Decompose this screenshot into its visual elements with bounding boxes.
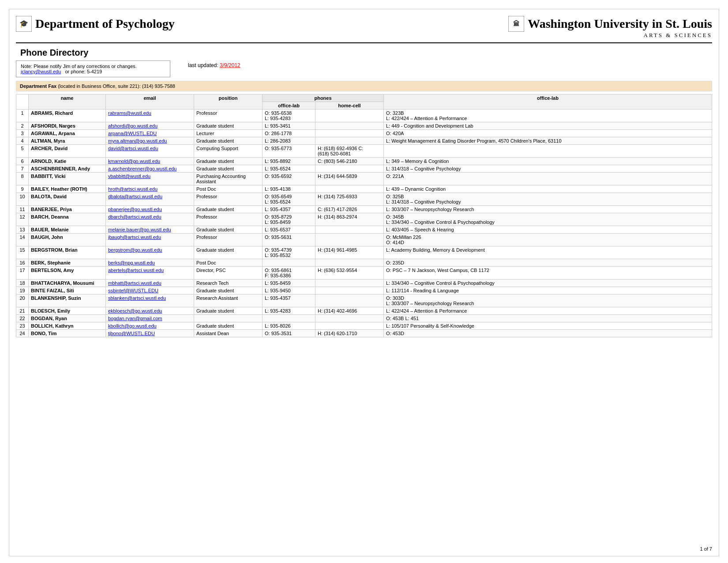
row-email[interactable]: ekbloesch@go.wustl.edu (106, 307, 194, 315)
row-name: ARCHER, David (29, 145, 106, 158)
svg-text:🎓: 🎓 (19, 19, 29, 28)
row-email[interactable]: bogdan.ryan@gmail.com (106, 315, 194, 322)
row-num: 5 (16, 145, 29, 158)
univ-logo-icon: 🏛 (508, 16, 524, 32)
row-position: Post Doc (194, 259, 263, 267)
row-home-cell (315, 137, 384, 145)
row-position: Graduate student (194, 137, 263, 145)
row-home-cell (315, 130, 384, 137)
table-row: 5ARCHER, Daviddavid@artsci.wustl.eduComp… (16, 145, 712, 158)
row-position: Professor (194, 193, 263, 206)
row-num: 2 (16, 122, 29, 130)
table-row: 3AGRAWAL, Arpanaarpana@WUSTL.EDULecturer… (16, 130, 712, 137)
last-updated: last updated: 3/9/2012 (188, 62, 240, 68)
row-office-lab-phone: O: 935-6861 F: 935-6386 (263, 267, 315, 280)
table-row: 2AFSHORDI, Nargesafshordi@go.wustl.eduGr… (16, 122, 712, 130)
row-name: BLANKENSHIP, Suzin (29, 295, 106, 307)
row-position: Professor (194, 110, 263, 122)
row-name: BANERJEE, Priya (29, 206, 106, 213)
notice-email[interactable]: jclancy@wustl.edu (21, 69, 61, 74)
row-office-lab-phone: O: 935-8729 L: 935-8459 (263, 213, 315, 226)
table-row: 23BOLLICH, Kathrynkbollich@go.wustl.eduG… (16, 322, 712, 330)
row-home-cell: H: (314) 644-5839 (315, 173, 384, 185)
row-home-cell: C: (803) 546-2180 (315, 158, 384, 165)
dept-logo-icon: 🎓 (16, 16, 32, 32)
row-office-lab-phone: L: 935-4357 (263, 295, 315, 307)
row-num: 8 (16, 173, 29, 185)
row-office-lab-phone: O: 935-6549 L: 935-6524 (263, 193, 315, 206)
row-location: O: 453B L: 451 (384, 315, 712, 322)
row-home-cell (315, 226, 384, 234)
row-location: L: 303/307 – Neuropsychology Research (384, 206, 712, 213)
row-email[interactable]: dbarch@artsci.wustl.edu (106, 213, 194, 226)
page-number: 1 of 7 (700, 546, 712, 552)
row-home-cell: H: (314) 961-4985 (315, 246, 384, 259)
table-row: 12BARCH, Deannadbarch@artsci.wustl.eduPr… (16, 213, 712, 226)
row-location: O: 325B L: 314/318 – Cognitive Psycholog… (384, 193, 712, 206)
row-email[interactable]: myra.altman@go.wustl.edu (106, 137, 194, 145)
row-email[interactable]: hroth@artsci.wustl.edu (106, 185, 194, 193)
row-location: L: 439 – Dynamic Cognition (384, 185, 712, 193)
row-email[interactable]: arpana@WUSTL.EDU (106, 130, 194, 137)
row-email[interactable]: david@artsci.wustl.edu (106, 145, 194, 158)
row-email[interactable]: melanie.bauer@go.wustl.edu (106, 226, 194, 234)
row-home-cell: H: (314) 402-4696 (315, 307, 384, 315)
row-name: BONO, Tim (29, 330, 106, 337)
row-office-lab-phone: L: 935-4138 (263, 185, 315, 193)
row-office-lab-phone (263, 259, 315, 267)
row-home-cell (315, 287, 384, 295)
table-row: 11BANERJEE, Priyapbanerjee@go.wustl.eduG… (16, 206, 712, 213)
row-name: ARNOLD, Katie (29, 158, 106, 165)
row-num: 7 (16, 165, 29, 173)
table-row: 24BONO, Timtjbono@WUSTL.EDUAssistant Dea… (16, 330, 712, 337)
row-email[interactable]: bergstrom@go.wustl.edu (106, 246, 194, 259)
row-office-lab-phone (263, 315, 315, 322)
table-row: 20BLANKENSHIP, Suzinsblanken@artsci.wust… (16, 295, 712, 307)
row-email[interactable]: kbollich@go.wustl.edu (106, 322, 194, 330)
row-office-lab-phone: O: 935-6773 (263, 145, 315, 158)
table-row: 6ARNOLD, Katiekmarnold@go.wustl.eduGradu… (16, 158, 712, 165)
notice-row: Note: Please notify Jim of any correctio… (16, 60, 712, 77)
row-name: BERK, Stephanie (29, 259, 106, 267)
row-email[interactable]: tjbono@WUSTL.EDU (106, 330, 194, 337)
dept-title: Department of Psychology (35, 17, 175, 31)
row-email[interactable]: vbabbitt@wustl.edu (106, 173, 194, 185)
col-header-home-cell: home-cell (315, 102, 384, 110)
last-updated-date[interactable]: 3/9/2012 (220, 62, 240, 68)
row-email[interactable]: a.aschenbrenner@go.wustl.edu (106, 165, 194, 173)
row-name: ALTMAN, Myra (29, 137, 106, 145)
row-name: BARCH, Deanna (29, 213, 106, 226)
row-home-cell (315, 185, 384, 193)
row-name: BLOESCH, Emily (29, 307, 106, 315)
row-num: 6 (16, 158, 29, 165)
row-num: 4 (16, 137, 29, 145)
row-home-cell (315, 322, 384, 330)
row-email[interactable]: berks@npg.wustl.edu (106, 259, 194, 267)
row-email[interactable]: abertels@artsci.wustl.edu (106, 267, 194, 280)
row-position: Graduate student (194, 246, 263, 259)
row-location: L: 105/107 Personality & Self-Knowledge (384, 322, 712, 330)
row-name: BOLLICH, Kathryn (29, 322, 106, 330)
row-office-lab-phone: L: 935-6537 (263, 226, 315, 234)
row-email[interactable]: afshordi@go.wustl.edu (106, 122, 194, 130)
row-position: Graduate student (194, 322, 263, 330)
row-email[interactable]: kmarnold@go.wustl.edu (106, 158, 194, 165)
row-name: BHATTACHARYA, Mousumi (29, 280, 106, 287)
fax-detail: (located in Business Office, suite 221):… (58, 83, 175, 89)
row-office-lab-phone: O: 286-1778 (263, 130, 315, 137)
row-email[interactable]: mbhatt@artsci.wustl.edu (106, 280, 194, 287)
directory-table: name email position phones office-lab of… (16, 94, 712, 337)
row-office-lab-phone: L: 935-8026 (263, 322, 315, 330)
row-email[interactable]: dbalota@artsci.wustl.edu (106, 193, 194, 206)
row-email[interactable]: rabrams@wustl.edu (106, 110, 194, 122)
row-name: BINTE FAIZAL, Siti (29, 287, 106, 295)
row-location: L: 112/114 - Reading & Language (384, 287, 712, 295)
row-email[interactable]: jbaugh@artsci.wustl.edu (106, 234, 194, 246)
row-location: L: 449 - Cognition and Development Lab (384, 122, 712, 130)
row-email[interactable]: pbanerjee@go.wustl.edu (106, 206, 194, 213)
row-office-lab-phone: O: 935-3531 (263, 330, 315, 337)
univ-sub: ARTS & SCIENCES (644, 32, 712, 39)
row-home-cell (315, 315, 384, 322)
row-email[interactable]: ssbintef@WUSTL.EDU (106, 287, 194, 295)
row-email[interactable]: sblanken@artsci.wustl.edu (106, 295, 194, 307)
